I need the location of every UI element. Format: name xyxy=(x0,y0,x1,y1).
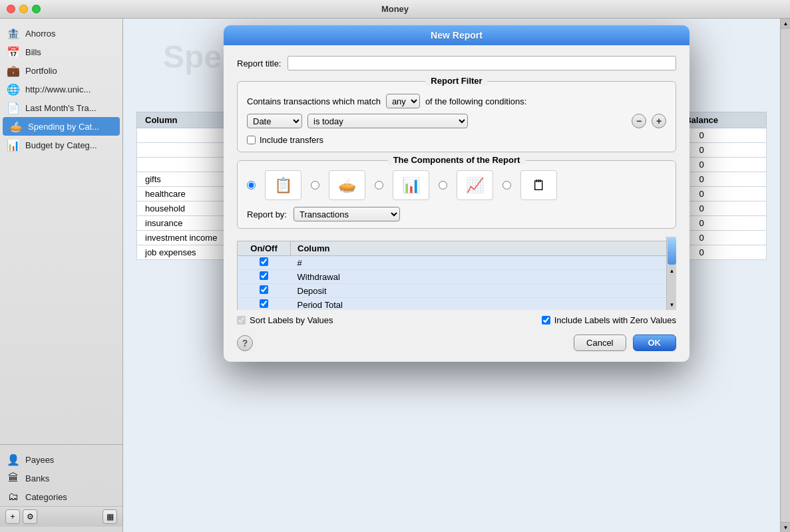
sidebar-label-unic: http://www.unic... xyxy=(25,84,91,94)
help-button[interactable]: ? xyxy=(237,335,253,351)
main-layout: 🏦 Ahorros 📅 Bills 💼 Portfolio 🌐 http://w… xyxy=(0,19,790,532)
sidebar-item-unic[interactable]: 🌐 http://www.unic... xyxy=(0,80,122,98)
columns-wrapper: On/Off Column # Withdrawal Deposit Perio… xyxy=(237,237,676,310)
column-checkbox-cell xyxy=(238,284,291,298)
column-checkbox[interactable] xyxy=(260,285,268,294)
sidebar-item-budget[interactable]: 📊 Budget by Categ... xyxy=(0,136,122,154)
sidebar-item-categories[interactable]: 🗂 Categories xyxy=(0,487,122,506)
window-controls xyxy=(7,5,41,13)
include-zero-label: Include Labels with Zero Values xyxy=(554,315,676,325)
bottom-options: Sort Labels by Values Include Labels wit… xyxy=(237,315,676,325)
col-scroll-up[interactable]: ▲ xyxy=(667,266,676,276)
sidebar-item-bills[interactable]: 📅 Bills xyxy=(0,43,122,61)
component-radio-table[interactable] xyxy=(247,181,256,190)
report-title-input[interactable] xyxy=(288,56,676,70)
column-checkbox-cell xyxy=(238,270,291,284)
sidebar-label-payees: Payees xyxy=(25,455,54,465)
sidebar-toolbar: + ⚙ ▦ xyxy=(0,506,122,527)
component-radio-bar[interactable] xyxy=(375,181,383,190)
column-row: Deposit xyxy=(238,284,676,298)
sidebar-icon-payees: 👤 xyxy=(7,453,20,466)
column-checkbox[interactable] xyxy=(260,271,268,280)
include-transfers-label: Include transfers xyxy=(260,135,323,145)
sidebar-item-last-month[interactable]: 📄 Last Month's Tra... xyxy=(0,98,122,117)
sidebar-label-last-month: Last Month's Tra... xyxy=(25,103,97,113)
component-icon-bar[interactable]: 📊 xyxy=(393,170,429,200)
columns-scrollbar[interactable]: ▲ ▼ xyxy=(666,237,676,310)
dialog-buttons: ? Cancel OK xyxy=(237,334,676,351)
component-icon-pie[interactable]: 🥧 xyxy=(329,170,365,200)
col-header-onoff: On/Off xyxy=(238,241,291,256)
component-icon-table[interactable]: 📋 xyxy=(265,170,301,200)
report-by-label: Report by: xyxy=(247,209,287,219)
component-icon-detail[interactable]: 🗒 xyxy=(520,170,557,200)
columns-table: On/Off Column # Withdrawal Deposit Perio… xyxy=(237,241,676,310)
sidebar-label-budget: Budget by Categ... xyxy=(25,140,97,150)
column-checkbox[interactable] xyxy=(260,299,268,308)
close-button[interactable] xyxy=(7,5,15,13)
column-label: Period Total xyxy=(291,298,676,311)
content-area: Spending by Categories Column Expenses B… xyxy=(123,19,790,532)
remove-condition-button[interactable]: − xyxy=(632,114,646,128)
sidebar-bottom-nav: 👤 Payees 🏛 Banks 🗂 Categories xyxy=(0,450,122,506)
sidebar-label-ahorros: Ahorros xyxy=(25,29,56,39)
sidebar-bottom: 👤 Payees 🏛 Banks 🗂 Categories xyxy=(0,444,122,506)
include-transfers-checkbox[interactable] xyxy=(247,136,256,144)
minimize-button[interactable] xyxy=(19,5,28,13)
sidebar-item-banks[interactable]: 🏛 Banks xyxy=(0,469,122,487)
filter-match-select[interactable]: any all xyxy=(386,94,420,108)
scroll-thumb[interactable] xyxy=(668,238,676,265)
component-radio-combo[interactable] xyxy=(439,181,447,190)
column-label: # xyxy=(291,256,676,270)
col-scroll-down[interactable]: ▼ xyxy=(667,300,676,310)
sidebar-icon-banks: 🏛 xyxy=(7,471,20,485)
report-by-select[interactable]: Transactions Month Category Payee xyxy=(294,207,400,221)
components-title: The Components of the Report xyxy=(388,155,526,165)
condition-op-select[interactable]: is today is this week is this month is l… xyxy=(307,114,468,128)
sidebar-icon-ahorros: 🏦 xyxy=(7,27,20,40)
component-icon-combo[interactable]: 📈 xyxy=(457,170,493,200)
maximize-button[interactable] xyxy=(32,5,41,13)
modal-overlay: New Report Report title: Report Filter xyxy=(123,19,790,532)
column-label: Deposit xyxy=(291,284,676,298)
sort-labels-checkbox[interactable] xyxy=(237,316,246,325)
column-label: Withdrawal xyxy=(291,270,676,284)
sort-labels-option: Sort Labels by Values xyxy=(237,315,333,325)
column-checkbox-cell xyxy=(238,256,291,270)
add-button[interactable]: + xyxy=(5,509,20,524)
column-checkbox[interactable] xyxy=(260,257,268,266)
condition-field-select[interactable]: Date Amount Payee Category xyxy=(247,114,302,128)
column-row: # xyxy=(238,256,676,270)
sidebar-icon-budget: 📊 xyxy=(7,138,20,152)
report-filter-section: Report Filter Contains transactions whic… xyxy=(237,81,676,152)
filter-match-prefix: Contains transactions which match xyxy=(247,96,381,106)
sidebar-icon-unic: 🌐 xyxy=(7,82,20,96)
app-title: Money xyxy=(381,4,409,14)
component-radio-detail[interactable] xyxy=(502,181,511,190)
sidebar-nav: 🏦 Ahorros 📅 Bills 💼 Portfolio 🌐 http://w… xyxy=(0,24,122,154)
sidebar-icon-portfolio: 💼 xyxy=(7,64,20,77)
sidebar-item-payees[interactable]: 👤 Payees xyxy=(0,450,122,469)
new-report-dialog: New Report Report title: Report Filter xyxy=(224,25,690,362)
view-button[interactable]: ▦ xyxy=(102,509,117,524)
add-condition-button[interactable]: + xyxy=(652,114,666,128)
report-title-label: Report title: xyxy=(237,59,281,68)
component-option-table xyxy=(247,181,256,190)
include-zero-checkbox[interactable] xyxy=(542,316,550,325)
column-row: Period Total xyxy=(238,298,676,311)
sidebar-icon-spending: 🥧 xyxy=(9,120,23,133)
settings-button[interactable]: ⚙ xyxy=(23,509,37,524)
sidebar-item-ahorros[interactable]: 🏦 Ahorros xyxy=(0,24,122,43)
sidebar-label-portfolio: Portfolio xyxy=(25,66,57,76)
column-row: Withdrawal xyxy=(238,270,676,284)
component-radio-pie[interactable] xyxy=(311,181,319,190)
sidebar-item-portfolio[interactable]: 💼 Portfolio xyxy=(0,61,122,80)
filter-match-row: Contains transactions which match any al… xyxy=(247,94,666,108)
cancel-button[interactable]: Cancel xyxy=(574,334,626,351)
title-bar: Money xyxy=(0,0,790,19)
include-transfers-row: Include transfers xyxy=(247,135,666,145)
ok-button[interactable]: OK xyxy=(633,334,677,351)
column-checkbox-cell xyxy=(238,298,291,311)
sidebar-item-spending[interactable]: 🥧 Spending by Cat... xyxy=(3,117,120,136)
sidebar-label-categories: Categories xyxy=(25,492,67,502)
